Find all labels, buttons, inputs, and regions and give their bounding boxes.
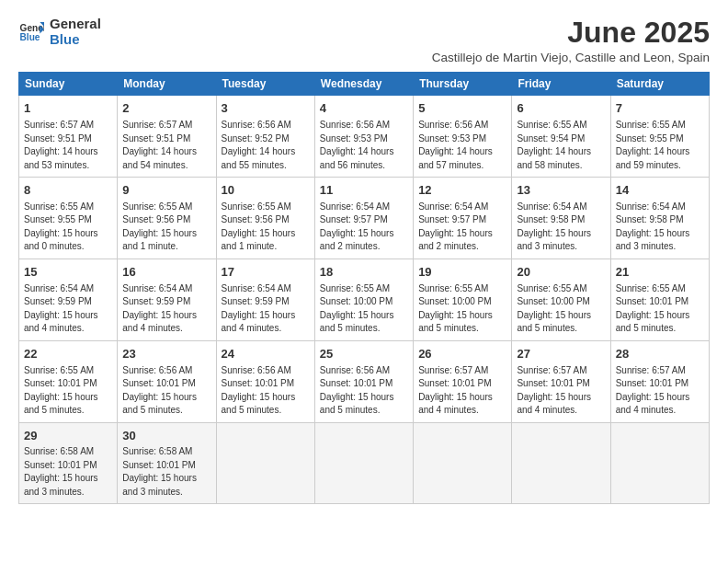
location-subtitle: Castillejo de Martin Viejo, Castille and… xyxy=(432,51,710,64)
calendar-cell: 14Sunrise: 6:54 AM Sunset: 9:58 PM Dayli… xyxy=(610,178,709,259)
day-number: 15 xyxy=(24,264,112,282)
day-number: 14 xyxy=(616,182,704,200)
calendar-week-2: 8Sunrise: 6:55 AM Sunset: 9:55 PM Daylig… xyxy=(19,178,710,259)
weekday-tuesday: Tuesday xyxy=(216,73,314,96)
calendar-cell xyxy=(216,422,314,504)
calendar-week-1: 1Sunrise: 6:57 AM Sunset: 9:51 PM Daylig… xyxy=(19,96,710,178)
day-info: Sunrise: 6:57 AM Sunset: 10:01 PM Daylig… xyxy=(418,364,506,418)
day-number: 6 xyxy=(517,100,605,118)
month-title: June 2025 xyxy=(432,17,710,49)
calendar-cell: 5Sunrise: 6:56 AM Sunset: 9:53 PM Daylig… xyxy=(414,96,512,178)
day-info: Sunrise: 6:55 AM Sunset: 9:54 PM Dayligh… xyxy=(517,119,605,172)
calendar-cell: 15Sunrise: 6:54 AM Sunset: 9:59 PM Dayli… xyxy=(19,259,118,340)
svg-text:Blue: Blue xyxy=(20,32,40,42)
calendar-cell: 20Sunrise: 6:55 AM Sunset: 10:00 PM Dayl… xyxy=(512,259,610,340)
logo: General Blue General Blue xyxy=(18,17,101,47)
weekday-saturday: Saturday xyxy=(610,73,709,96)
calendar-cell: 19Sunrise: 6:55 AM Sunset: 10:00 PM Dayl… xyxy=(414,259,512,340)
day-number: 18 xyxy=(320,264,408,282)
day-number: 22 xyxy=(24,346,112,363)
day-info: Sunrise: 6:54 AM Sunset: 9:59 PM Dayligh… xyxy=(122,282,210,336)
day-info: Sunrise: 6:57 AM Sunset: 10:01 PM Daylig… xyxy=(517,364,605,418)
day-number: 21 xyxy=(616,264,704,282)
day-info: Sunrise: 6:58 AM Sunset: 10:01 PM Daylig… xyxy=(122,445,210,499)
weekday-thursday: Thursday xyxy=(414,73,512,96)
day-number: 13 xyxy=(517,182,605,200)
day-number: 16 xyxy=(122,264,210,282)
day-number: 19 xyxy=(418,264,506,282)
day-number: 28 xyxy=(616,346,704,363)
day-number: 30 xyxy=(122,428,210,445)
calendar-cell xyxy=(512,422,610,504)
day-number: 11 xyxy=(320,182,408,200)
day-number: 23 xyxy=(122,346,210,363)
calendar-cell xyxy=(414,422,512,504)
day-info: Sunrise: 6:55 AM Sunset: 9:56 PM Dayligh… xyxy=(122,201,210,254)
day-info: Sunrise: 6:56 AM Sunset: 9:53 PM Dayligh… xyxy=(418,119,506,172)
calendar-table: SundayMondayTuesdayWednesdayThursdayFrid… xyxy=(18,72,710,504)
day-number: 29 xyxy=(24,428,112,445)
day-number: 25 xyxy=(320,346,408,363)
day-info: Sunrise: 6:55 AM Sunset: 9:56 PM Dayligh… xyxy=(222,201,310,254)
day-number: 27 xyxy=(517,346,605,363)
calendar-cell: 22Sunrise: 6:55 AM Sunset: 10:01 PM Dayl… xyxy=(19,340,118,422)
calendar-cell xyxy=(314,422,413,504)
calendar-cell: 12Sunrise: 6:54 AM Sunset: 9:57 PM Dayli… xyxy=(414,178,512,259)
calendar-cell: 7Sunrise: 6:55 AM Sunset: 9:55 PM Daylig… xyxy=(610,96,709,178)
calendar-cell: 29Sunrise: 6:58 AM Sunset: 10:01 PM Dayl… xyxy=(19,422,118,504)
day-info: Sunrise: 6:54 AM Sunset: 9:57 PM Dayligh… xyxy=(418,201,506,254)
day-number: 10 xyxy=(222,182,310,200)
day-info: Sunrise: 6:58 AM Sunset: 10:01 PM Daylig… xyxy=(24,445,112,499)
calendar-cell: 10Sunrise: 6:55 AM Sunset: 9:56 PM Dayli… xyxy=(216,178,314,259)
calendar-week-4: 22Sunrise: 6:55 AM Sunset: 10:01 PM Dayl… xyxy=(19,340,710,422)
day-info: Sunrise: 6:55 AM Sunset: 9:55 PM Dayligh… xyxy=(24,201,112,254)
weekday-wednesday: Wednesday xyxy=(314,73,413,96)
day-number: 17 xyxy=(222,264,310,282)
calendar-cell: 2Sunrise: 6:57 AM Sunset: 9:51 PM Daylig… xyxy=(118,96,216,178)
day-info: Sunrise: 6:55 AM Sunset: 10:00 PM Daylig… xyxy=(320,282,408,336)
day-number: 20 xyxy=(517,264,605,282)
logo-blue: Blue xyxy=(50,32,80,48)
day-info: Sunrise: 6:56 AM Sunset: 9:53 PM Dayligh… xyxy=(320,119,408,172)
day-info: Sunrise: 6:56 AM Sunset: 10:01 PM Daylig… xyxy=(122,364,210,418)
day-info: Sunrise: 6:55 AM Sunset: 10:00 PM Daylig… xyxy=(517,282,605,336)
day-info: Sunrise: 6:55 AM Sunset: 10:01 PM Daylig… xyxy=(616,282,704,336)
day-number: 26 xyxy=(418,346,506,363)
calendar-cell: 4Sunrise: 6:56 AM Sunset: 9:53 PM Daylig… xyxy=(314,96,413,178)
day-info: Sunrise: 6:54 AM Sunset: 9:58 PM Dayligh… xyxy=(517,201,605,254)
day-info: Sunrise: 6:54 AM Sunset: 9:58 PM Dayligh… xyxy=(616,201,704,254)
day-info: Sunrise: 6:54 AM Sunset: 9:57 PM Dayligh… xyxy=(320,201,408,254)
calendar-cell: 1Sunrise: 6:57 AM Sunset: 9:51 PM Daylig… xyxy=(19,96,118,178)
calendar-cell: 8Sunrise: 6:55 AM Sunset: 9:55 PM Daylig… xyxy=(19,178,118,259)
calendar-cell: 3Sunrise: 6:56 AM Sunset: 9:52 PM Daylig… xyxy=(216,96,314,178)
day-info: Sunrise: 6:57 AM Sunset: 10:01 PM Daylig… xyxy=(616,364,704,418)
day-number: 1 xyxy=(24,100,112,118)
day-info: Sunrise: 6:55 AM Sunset: 10:01 PM Daylig… xyxy=(24,364,112,418)
day-number: 5 xyxy=(418,100,506,118)
weekday-sunday: Sunday xyxy=(19,73,118,96)
day-number: 3 xyxy=(222,100,310,118)
calendar-cell: 28Sunrise: 6:57 AM Sunset: 10:01 PM Dayl… xyxy=(610,340,709,422)
calendar-cell: 18Sunrise: 6:55 AM Sunset: 10:00 PM Dayl… xyxy=(314,259,413,340)
day-number: 7 xyxy=(616,100,704,118)
calendar-week-3: 15Sunrise: 6:54 AM Sunset: 9:59 PM Dayli… xyxy=(19,259,710,340)
day-number: 9 xyxy=(122,182,210,200)
day-info: Sunrise: 6:54 AM Sunset: 9:59 PM Dayligh… xyxy=(24,282,112,336)
logo-general: General xyxy=(50,17,101,32)
day-info: Sunrise: 6:54 AM Sunset: 9:59 PM Dayligh… xyxy=(222,282,310,336)
day-number: 2 xyxy=(122,100,210,118)
calendar-cell: 24Sunrise: 6:56 AM Sunset: 10:01 PM Dayl… xyxy=(216,340,314,422)
title-block: June 2025 Castillejo de Martin Viejo, Ca… xyxy=(432,17,710,64)
calendar-body: 1Sunrise: 6:57 AM Sunset: 9:51 PM Daylig… xyxy=(19,96,710,504)
day-info: Sunrise: 6:57 AM Sunset: 9:51 PM Dayligh… xyxy=(122,119,210,172)
calendar-cell: 26Sunrise: 6:57 AM Sunset: 10:01 PM Dayl… xyxy=(414,340,512,422)
calendar-cell: 16Sunrise: 6:54 AM Sunset: 9:59 PM Dayli… xyxy=(118,259,216,340)
calendar-cell: 6Sunrise: 6:55 AM Sunset: 9:54 PM Daylig… xyxy=(512,96,610,178)
weekday-monday: Monday xyxy=(118,73,216,96)
day-info: Sunrise: 6:56 AM Sunset: 9:52 PM Dayligh… xyxy=(222,119,310,172)
calendar-cell: 11Sunrise: 6:54 AM Sunset: 9:57 PM Dayli… xyxy=(314,178,413,259)
calendar-cell: 30Sunrise: 6:58 AM Sunset: 10:01 PM Dayl… xyxy=(118,422,216,504)
calendar-cell: 13Sunrise: 6:54 AM Sunset: 9:58 PM Dayli… xyxy=(512,178,610,259)
day-info: Sunrise: 6:56 AM Sunset: 10:01 PM Daylig… xyxy=(320,364,408,418)
calendar-cell xyxy=(610,422,709,504)
